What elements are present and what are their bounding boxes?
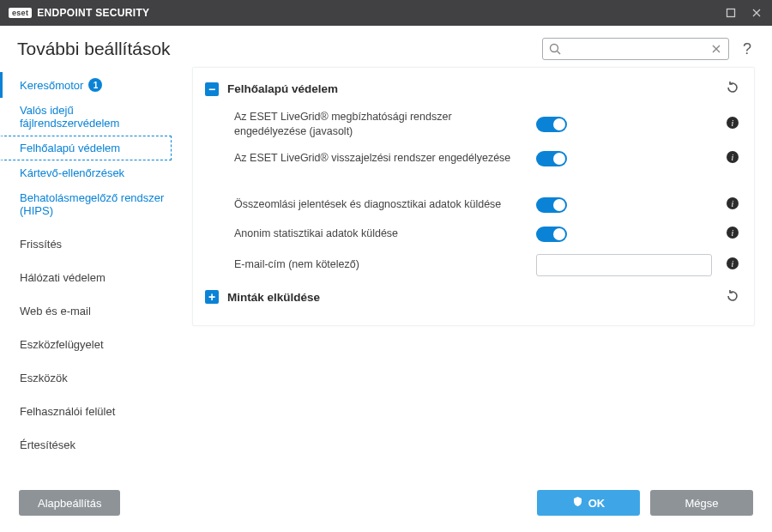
svg-text:i: i [732,199,734,209]
row-email: E-mail-cím (nem kötelező) i [193,249,754,281]
sidebar-item-web[interactable]: Web és e-mail [0,299,172,323]
footer: Alapbeállítás OK Mégse [0,481,772,525]
section-title: Felhőalapú védelem [227,82,338,95]
settings-panel: − Felhőalapú védelem Az ESET LiveGrid® m… [192,67,755,326]
shield-icon [572,496,583,510]
sidebar-item-label: Felhasználói felület [20,405,115,418]
info-icon[interactable]: i [727,227,739,241]
window-close-button[interactable] [750,6,763,20]
brand-badge: eset [9,8,32,18]
svg-text:i: i [732,228,734,238]
badge-count: 1 [88,78,102,92]
row-livegrid-reputation: Az ESET LiveGrid® megbízhatósági rendsze… [193,105,754,144]
info-icon[interactable]: i [727,151,739,166]
sidebar-item-engine[interactable]: Keresőmotor 1 [0,72,172,98]
page-title: További beállítások [17,39,171,59]
sidebar-item-label: Értesítések [20,438,75,451]
toggle-livegrid-feedback[interactable] [536,151,567,166]
sidebar-item-label: Frissítés [20,238,62,251]
sidebar-item-label: Valós idejű fájlrendszervédelem [20,104,172,130]
toggle-livegrid-reputation[interactable] [536,117,567,132]
setting-label: Az ESET LiveGrid® visszajelzési rendszer… [234,151,526,166]
info-icon[interactable]: i [727,257,739,272]
sidebar-item-label: Behatolásmegelőző rendszer (HIPS) [20,191,172,217]
sidebar-item-tools[interactable]: Eszközök [0,366,172,390]
setting-label: Összeomlási jelentések és diagnosztikai … [234,197,526,212]
sidebar-item-label: Keresőmotor [20,79,83,92]
clear-search-icon[interactable] [709,42,723,58]
row-crash-reports: Összeomlási jelentések és diagnosztikai … [193,190,754,220]
sidebar-item-malware[interactable]: Kártevő-ellenőrzések [0,160,172,185]
email-input[interactable] [536,254,712,276]
title-bar: eset ENDPOINT SECURITY [0,0,772,26]
sidebar-item-label: Web és e-mail [20,305,91,317]
setting-label: E-mail-cím (nem kötelező) [234,257,526,272]
svg-rect-0 [727,9,735,17]
svg-text:i: i [732,118,734,128]
section-header-samples: + Minták elküldése [193,281,754,313]
page-header: További beállítások ? [0,26,772,67]
default-settings-button[interactable]: Alapbeállítás [19,490,120,516]
row-anon-stats: Anonim statisztikai adatok küldése i [193,220,754,249]
help-button[interactable]: ? [739,40,755,58]
sidebar-item-notifications[interactable]: Értesítések [0,432,172,457]
search-box[interactable] [542,38,729,60]
collapse-icon[interactable]: − [205,82,219,96]
section-reset-button[interactable] [723,287,742,308]
sidebar-item-label: Hálózati védelem [20,271,106,284]
content-area: − Felhőalapú védelem Az ESET LiveGrid® m… [185,67,772,481]
svg-text:i: i [732,153,734,162]
toggle-crash-reports[interactable] [536,197,567,213]
ok-button-label: OK [588,497,606,510]
setting-label: Az ESET LiveGrid® megbízhatósági rendsze… [234,110,526,139]
sidebar-item-network[interactable]: Hálózati védelem [0,265,172,290]
brand: eset ENDPOINT SECURITY [9,7,149,19]
section-header-cloud: − Felhőalapú védelem [193,73,754,105]
sidebar-item-label: Felhőalapú védelem [20,142,120,154]
brand-text: ENDPOINT SECURITY [37,7,149,19]
cancel-button[interactable]: Mégse [650,490,753,516]
sidebar-item-hips[interactable]: Behatolásmegelőző rendszer (HIPS) [0,185,172,223]
sidebar-item-label: Eszközök [20,372,68,384]
expand-icon[interactable]: + [205,290,219,304]
sidebar-item-device[interactable]: Eszközfelügyelet [0,332,172,357]
sidebar-item-realtime[interactable]: Valós idejű fájlrendszervédelem [0,98,172,136]
svg-point-1 [550,45,558,52]
svg-text:i: i [732,259,734,269]
ok-button[interactable]: OK [537,490,640,516]
section-reset-button[interactable] [723,78,742,100]
section-title: Minták elküldése [227,291,320,304]
search-icon [548,42,562,58]
sidebar-item-ui[interactable]: Felhasználói felület [0,399,172,424]
sidebar-item-label: Kártevő-ellenőrzések [20,166,124,179]
sidebar-item-label: Eszközfelügyelet [20,338,104,351]
window-maximize-button[interactable] [724,6,738,20]
toggle-anon-stats[interactable] [536,227,567,242]
search-input[interactable] [565,43,706,55]
info-icon[interactable]: i [727,117,739,131]
setting-label: Anonim statisztikai adatok küldése [234,227,526,241]
info-icon[interactable]: i [727,197,739,212]
sidebar-item-cloud[interactable]: Felhőalapú védelem [0,136,172,160]
sidebar-item-update[interactable]: Frissítés [0,232,172,257]
row-livegrid-feedback: Az ESET LiveGrid® visszajelzési rendszer… [193,144,754,173]
sidebar: Keresőmotor 1 Valós idejű fájlrendszervé… [0,67,185,481]
